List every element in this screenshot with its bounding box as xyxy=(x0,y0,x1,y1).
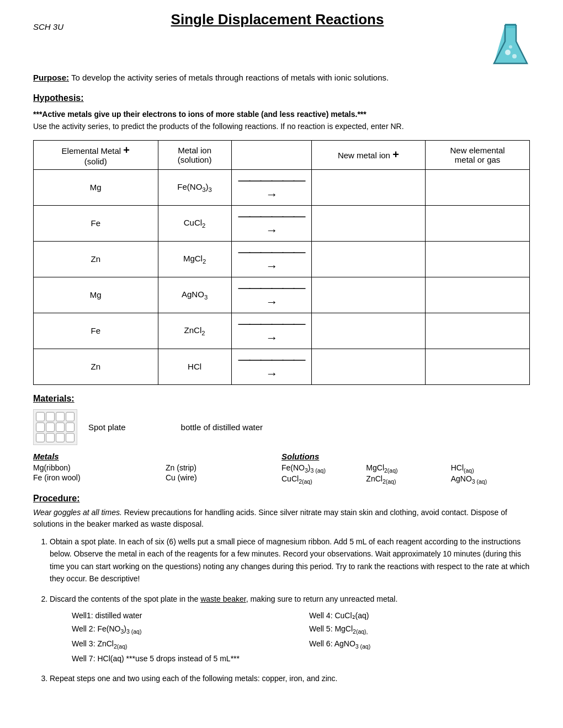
purpose-text: To develop the activity series of metals… xyxy=(71,73,389,82)
metal-item: Zn (strip) xyxy=(166,463,282,472)
col-header-metal: Elemental Metal +(solid) xyxy=(34,140,158,169)
row1-metal: Mg xyxy=(34,169,158,205)
row3-new-ion xyxy=(311,241,426,277)
course-code: SCH 3U xyxy=(33,22,63,31)
well7: Well 7: HCl(aq) ***use 5 drops instead o… xyxy=(72,652,530,665)
row4-arrow: ——————→ xyxy=(231,277,311,313)
hypothesis-heading: Hypothesis: xyxy=(33,93,530,103)
row3-new-metal xyxy=(426,241,530,277)
well5: Well 5: MgCl2(aq), xyxy=(309,623,530,636)
well4: Well 4: CuCl₂(aq) xyxy=(309,609,530,622)
procedure-italic: Wear goggles at all times. xyxy=(33,508,122,517)
row1-arrow: ——————→ xyxy=(231,169,311,205)
solutions-column: Solutions Fe(NO3)3 (aq) MgCl2(aq) HCl(aq… xyxy=(282,452,530,485)
normal-note: Use the activity series, to predict the … xyxy=(33,121,530,132)
well2: Well 2: Fe(NO3)3 (aq) xyxy=(72,623,293,636)
well1: Well1: distilled water xyxy=(72,609,293,622)
materials-row: Spot plate bottle of distilled water xyxy=(33,409,530,445)
metals-column: Metals Mg(ribbon) Zn (strip) Fe (iron wo… xyxy=(33,452,282,485)
well3: Well 3: ZnCl2(aq) xyxy=(72,638,293,651)
page-title: Single Displacement Reactions xyxy=(171,11,384,28)
metal-item: Cu (wire) xyxy=(166,473,282,482)
metal-item: Mg(ribbon) xyxy=(33,463,149,472)
row5-new-ion xyxy=(311,313,426,349)
solution-item: CuCl2(aq) xyxy=(282,474,360,485)
table-row: Mg AgNO3 ——————→ xyxy=(34,277,530,313)
row4-new-metal xyxy=(426,277,530,313)
procedure-heading: Procedure: xyxy=(33,494,530,504)
row2-arrow: ——————→ xyxy=(231,205,311,241)
waste-beaker-ref: waste beaker xyxy=(200,595,246,603)
row5-ion: ZnCl2 xyxy=(158,313,231,349)
row6-ion: HCl xyxy=(158,349,231,384)
svg-point-5 xyxy=(509,45,512,49)
row4-new-ion xyxy=(311,277,426,313)
row1-new-metal xyxy=(426,169,530,205)
bold-note: ***Active metals give up their electrons… xyxy=(33,110,530,119)
table-row: Zn MgCl2 ——————→ xyxy=(34,241,530,277)
materials-heading: Materials: xyxy=(33,394,530,404)
table-row: Fe ZnCl2 ——————→ xyxy=(34,313,530,349)
spot-plate-label: Spot plate xyxy=(88,422,126,432)
solution-item: ZnCl2(aq) xyxy=(366,474,445,485)
row2-metal: Fe xyxy=(34,205,158,241)
row5-metal: Fe xyxy=(34,313,158,349)
procedure-intro: Wear goggles at all times. Review precau… xyxy=(33,507,530,530)
solution-item: Fe(NO3)3 (aq) xyxy=(282,463,360,474)
svg-point-3 xyxy=(505,50,511,55)
row3-ion: MgCl2 xyxy=(158,241,231,277)
solution-item: AgNO3 (aq) xyxy=(451,474,530,485)
procedure-list: Obtain a spot plate. In each of six (6) … xyxy=(50,536,530,684)
row2-new-metal xyxy=(426,205,530,241)
well6: Well 6: AgNO3 (aq) xyxy=(309,638,530,651)
flask-icon xyxy=(491,22,530,66)
metals-solutions-section: Metals Mg(ribbon) Zn (strip) Fe (iron wo… xyxy=(33,452,530,485)
list-item: Discard the contents of the spot plate i… xyxy=(50,593,530,665)
row3-metal: Zn xyxy=(34,241,158,277)
purpose-label: Purpose: xyxy=(33,73,69,82)
reaction-table: Elemental Metal +(solid) Metal ion(solut… xyxy=(33,140,530,385)
solution-item: HCl(aq) xyxy=(451,463,530,474)
row6-new-metal xyxy=(426,349,530,384)
metals-heading: Metals xyxy=(33,452,282,461)
row3-arrow: ——————→ xyxy=(231,241,311,277)
svg-marker-0 xyxy=(494,25,527,63)
purpose-section: Purpose: To develop the activity series … xyxy=(33,72,530,84)
solution-item: MgCl2(aq) xyxy=(366,463,445,474)
metals-grid: Mg(ribbon) Zn (strip) Fe (iron wool) Cu … xyxy=(33,463,282,482)
col-header-new-metal: New elementalmetal or gas xyxy=(426,140,530,169)
spot-plate-image xyxy=(33,409,77,445)
svg-point-4 xyxy=(512,54,517,58)
table-row: Zn HCl ——————→ xyxy=(34,349,530,384)
row1-new-ion xyxy=(311,169,426,205)
row4-ion: AgNO3 xyxy=(158,277,231,313)
solutions-heading: Solutions xyxy=(282,452,530,461)
row2-ion: CuCl2 xyxy=(158,205,231,241)
list-item: Obtain a spot plate. In each of six (6) … xyxy=(50,536,530,585)
table-row: Mg Fe(NO3)3 ——————→ xyxy=(34,169,530,205)
row6-new-ion xyxy=(311,349,426,384)
col-header-ion: Metal ion(solution) xyxy=(158,140,231,169)
row1-ion: Fe(NO3)3 xyxy=(158,169,231,205)
list-item: Repeat steps one and two using each of t… xyxy=(50,672,530,684)
row5-arrow: ——————→ xyxy=(231,313,311,349)
row4-metal: Mg xyxy=(34,277,158,313)
row2-new-ion xyxy=(311,205,426,241)
metal-item: Fe (iron wool) xyxy=(33,473,149,482)
col-header-arrow xyxy=(231,140,311,169)
row6-arrow: ——————→ xyxy=(231,349,311,384)
col-header-new-ion: New metal ion + xyxy=(311,140,426,169)
row6-metal: Zn xyxy=(34,349,158,384)
row5-new-metal xyxy=(426,313,530,349)
distilled-water-label: bottle of distilled water xyxy=(181,422,263,432)
table-row: Fe CuCl2 ——————→ xyxy=(34,205,530,241)
solutions-grid: Fe(NO3)3 (aq) MgCl2(aq) HCl(aq) CuCl2(aq… xyxy=(282,463,530,485)
well-grid: Well1: distilled water Well 4: CuCl₂(aq)… xyxy=(72,609,530,665)
